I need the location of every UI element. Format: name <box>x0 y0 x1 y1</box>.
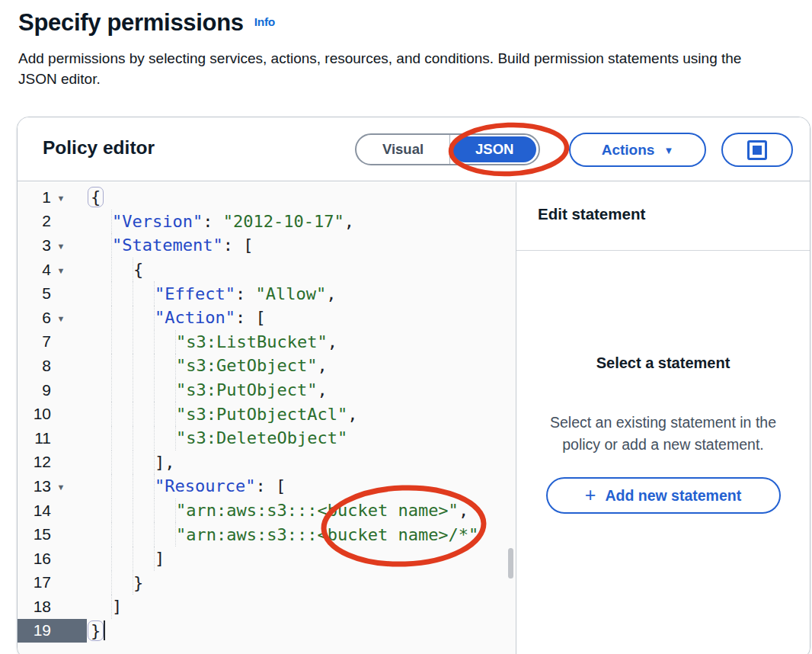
fold-arrow-icon[interactable]: ▼ <box>51 191 71 203</box>
edit-statement-panel-header: Edit statement <box>516 182 810 251</box>
actions-button-label: Actions <box>602 142 655 159</box>
token-key: "Resource" <box>155 476 255 495</box>
token-pun: , <box>459 501 468 520</box>
line-number: 9 <box>18 381 51 399</box>
indent-guide <box>112 402 133 426</box>
caret-down-icon: ▼ <box>663 145 673 156</box>
line-number: 8 <box>18 357 51 375</box>
actions-button[interactable]: Actions ▼ <box>569 133 706 167</box>
indent-guide <box>91 571 112 595</box>
code-line-17[interactable]: 17} <box>18 571 516 595</box>
panel-title: Edit statement <box>538 205 810 223</box>
info-link[interactable]: Info <box>254 15 275 28</box>
line-gutter: 16 <box>18 547 87 571</box>
code-line-19[interactable]: 19} <box>18 619 516 643</box>
line-number: 19 <box>18 621 51 640</box>
code-text: "s3:PutObjectAcl", <box>87 402 357 426</box>
indent-guide <box>133 450 155 475</box>
code-content: ] <box>155 547 165 571</box>
code-line-8[interactable]: 8"s3:GetObject", <box>18 354 516 378</box>
code-line-13[interactable]: 13▼"Resource": [ <box>18 474 516 499</box>
line-gutter: 11 <box>18 426 87 450</box>
token-str: "s3:GetObject" <box>176 356 317 375</box>
edit-statement-panel: Edit statement Select a statement Select… <box>516 182 810 654</box>
line-gutter: 17 <box>18 571 87 595</box>
fold-spacer <box>51 534 71 536</box>
page-title: Specify permissionsInfo <box>18 9 275 37</box>
code-line-9[interactable]: 9"s3:PutObject", <box>18 378 516 402</box>
code-line-4[interactable]: 4▼{ <box>18 258 516 282</box>
editor-mode-toggle: Visual JSON <box>355 133 540 165</box>
indent-guide <box>155 522 176 547</box>
line-gutter: 15 <box>18 522 87 547</box>
line-gutter: 9 <box>18 378 87 402</box>
code-content: } <box>133 571 143 595</box>
fold-arrow-icon[interactable]: ▼ <box>51 264 71 275</box>
policy-editor-title: Policy editor <box>43 137 155 159</box>
fold-spacer <box>51 413 71 415</box>
code-text: ] <box>87 595 122 619</box>
token-key: "Statement" <box>112 236 223 255</box>
code-line-6[interactable]: 6▼"Action": [ <box>18 306 516 330</box>
editor-scrollbar[interactable] <box>508 548 513 579</box>
line-number: 2 <box>18 212 51 230</box>
code-line-7[interactable]: 7"s3:ListBucket", <box>18 330 516 354</box>
plus-icon: + <box>585 484 596 506</box>
code-line-3[interactable]: 3▼"Statement": [ <box>18 233 516 258</box>
maximize-icon <box>747 140 767 160</box>
page-title-text: Specify permissions <box>18 9 244 36</box>
code-line-14[interactable]: 14"arn:aws:s3:::<bucket name>", <box>18 499 516 523</box>
code-line-11[interactable]: 11"s3:DeleteObject" <box>18 426 516 450</box>
indent-guide <box>155 330 176 354</box>
token-pun: } <box>133 573 143 592</box>
add-new-statement-button[interactable]: + Add new statement <box>546 477 781 514</box>
code-line-15[interactable]: 15"arn:aws:s3:::<bucket name>/*" <box>18 522 516 547</box>
token-pun: { <box>133 260 143 279</box>
code-text: ] <box>87 547 165 571</box>
json-tab[interactable]: JSON <box>452 136 536 162</box>
code-line-2[interactable]: 2"Version": "2012-10-17", <box>18 210 516 234</box>
token-str: "arn:aws:s3:::<bucket name>" <box>176 501 459 520</box>
fold-spacer <box>51 582 71 584</box>
indent-guide <box>133 330 155 354</box>
expand-button[interactable] <box>721 133 793 167</box>
fold-arrow-icon[interactable]: ▼ <box>51 312 71 323</box>
code-line-12[interactable]: 12], <box>18 450 516 475</box>
line-gutter: 1▼ <box>18 185 87 210</box>
code-text: "s3:PutObject", <box>87 378 328 402</box>
fold-arrow-icon[interactable]: ▼ <box>51 239 71 251</box>
code-content: "Effect": "Allow", <box>155 281 336 306</box>
token-str: "s3:PutObject" <box>176 380 317 399</box>
fold-spacer <box>51 220 71 223</box>
code-line-16[interactable]: 16] <box>18 547 516 571</box>
indent-guide <box>133 402 155 426</box>
indent-guide <box>133 499 155 523</box>
code-line-10[interactable]: 10"s3:PutObjectAcl", <box>18 402 516 426</box>
code-content: ] <box>112 595 122 619</box>
token-pun: , <box>328 332 337 351</box>
fold-spacer <box>51 557 71 559</box>
code-text: "Effect": "Allow", <box>87 281 336 306</box>
line-gutter: 2 <box>18 210 87 234</box>
indent-guide <box>91 233 112 258</box>
token-pun: , <box>317 380 327 399</box>
code-text: "s3:ListBucket", <box>87 330 337 354</box>
visual-tab[interactable]: Visual <box>356 135 449 164</box>
add-new-statement-label: Add new statement <box>605 487 741 505</box>
code-line-1[interactable]: 1▼{ <box>18 185 516 210</box>
json-code-editor[interactable]: 1▼{2"Version": "2012-10-17",3▼"Statement… <box>18 182 516 654</box>
code-line-5[interactable]: 5"Effect": "Allow", <box>18 281 516 306</box>
indent-guide <box>112 547 133 571</box>
code-text: "s3:GetObject", <box>87 354 328 378</box>
code-content: "Statement": [ <box>112 233 253 258</box>
indent-guide <box>112 450 133 475</box>
fold-arrow-icon[interactable]: ▼ <box>51 480 71 492</box>
indent-guide <box>133 547 155 571</box>
line-gutter: 10 <box>18 402 87 426</box>
line-gutter: 19 <box>18 619 87 643</box>
indent-guide <box>91 330 112 354</box>
code-content: { <box>133 258 143 282</box>
indent-guide <box>112 571 133 595</box>
fold-spacer <box>51 630 71 632</box>
code-line-18[interactable]: 18] <box>18 595 516 619</box>
